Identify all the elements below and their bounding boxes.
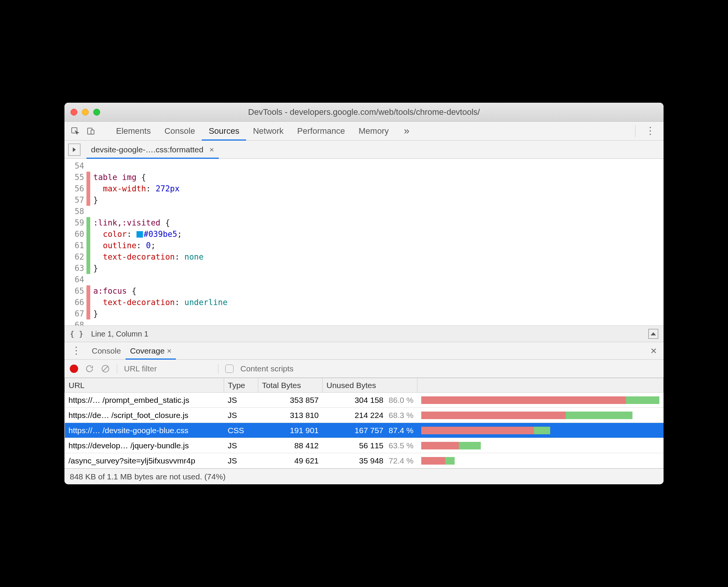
- cursor-position: Line 1, Column 1: [91, 330, 148, 338]
- device-toolbar-icon[interactable]: [84, 124, 98, 138]
- table-row[interactable]: https://de… /script_foot_closure.jsJS313…: [65, 408, 664, 423]
- cell-type: JS: [224, 438, 258, 453]
- cell-unused: 35 948 72.4 %: [323, 453, 417, 468]
- col-bar[interactable]: [417, 378, 664, 393]
- cell-url: https://de… /script_foot_closure.js: [65, 408, 224, 423]
- more-tabs-icon[interactable]: »: [398, 125, 415, 137]
- tab-elements[interactable]: Elements: [109, 122, 158, 141]
- close-window-button[interactable]: [71, 109, 77, 116]
- cell-total: 88 412: [258, 438, 323, 453]
- panel-tabs: ElementsConsoleSourcesNetworkPerformance…: [64, 122, 664, 141]
- cell-type: JS: [224, 408, 258, 423]
- close-drawer-icon[interactable]: ×: [648, 345, 659, 357]
- titlebar: DevTools - developers.google.com/web/too…: [64, 103, 664, 122]
- cell-bar: [417, 453, 664, 468]
- record-button[interactable]: [70, 365, 78, 373]
- tab-sources[interactable]: Sources: [202, 122, 246, 141]
- pretty-print-icon[interactable]: { }: [70, 329, 83, 338]
- cell-bar: [417, 438, 664, 453]
- drawer-tab-coverage[interactable]: Coverage×: [126, 342, 176, 360]
- cell-bar: [417, 423, 664, 438]
- file-tabs: devsite-google-….css:formatted ×: [64, 141, 664, 159]
- traffic-lights: [71, 109, 100, 116]
- coverage-table: URL Type Total Bytes Unused Bytes https:…: [64, 378, 664, 468]
- tab-network[interactable]: Network: [246, 122, 290, 141]
- inspect-element-icon[interactable]: [68, 124, 82, 138]
- cell-type: CSS: [224, 423, 258, 438]
- col-url[interactable]: URL: [65, 378, 224, 393]
- cell-unused: 56 115 63.5 %: [323, 438, 417, 453]
- url-filter-input[interactable]: [124, 363, 211, 374]
- coverage-summary: 848 KB of 1.1 MB bytes are not used. (74…: [64, 468, 664, 484]
- drawer-toggle-icon[interactable]: [648, 329, 658, 339]
- cell-bar: [417, 393, 664, 408]
- cell-type: JS: [224, 453, 258, 468]
- cell-unused: 167 757 87.4 %: [323, 423, 417, 438]
- separator: [218, 364, 218, 374]
- line-number-gutter: 545556575859606162636465666768: [64, 159, 86, 326]
- col-unused[interactable]: Unused Bytes: [323, 378, 417, 393]
- tab-performance[interactable]: Performance: [290, 122, 352, 141]
- settings-menu-icon[interactable]: ⋮: [641, 125, 660, 137]
- reload-icon[interactable]: [85, 364, 94, 373]
- table-row[interactable]: /async_survey?site=ylj5ifxusvvmr4pJS49 6…: [65, 453, 664, 468]
- cell-type: JS: [224, 393, 258, 408]
- cell-url: https://develop… /jquery-bundle.js: [65, 438, 224, 453]
- cell-total: 49 621: [258, 453, 323, 468]
- file-tab-label: devsite-google-….css:formatted: [91, 145, 203, 154]
- cell-total: 191 901: [258, 423, 323, 438]
- col-total[interactable]: Total Bytes: [258, 378, 323, 393]
- divider: [635, 125, 635, 137]
- zoom-window-button[interactable]: [93, 109, 100, 116]
- drawer-tabs: ⋮ ConsoleCoverage× ×: [64, 342, 664, 360]
- file-tab[interactable]: devsite-google-….css:formatted ×: [86, 141, 219, 159]
- source-lines: table img { max-width: 272px}:link,:visi…: [90, 159, 228, 326]
- devtools-window: DevTools - developers.google.com/web/too…: [64, 103, 664, 484]
- cell-url: https://… /devsite-google-blue.css: [65, 423, 224, 438]
- minimize-window-button[interactable]: [82, 109, 89, 116]
- cell-unused: 214 224 68.3 %: [323, 408, 417, 423]
- table-row[interactable]: https://develop… /jquery-bundle.jsJS88 4…: [65, 438, 664, 453]
- clear-icon[interactable]: [101, 364, 110, 373]
- cell-url: https://… /prompt_embed_static.js: [65, 393, 224, 408]
- close-drawer-tab-icon[interactable]: ×: [167, 346, 171, 355]
- navigator-toggle-icon[interactable]: [68, 144, 80, 156]
- content-scripts-label: Content scripts: [240, 364, 293, 373]
- close-file-tab-icon[interactable]: ×: [209, 145, 214, 154]
- svg-line-4: [103, 366, 108, 371]
- svg-rect-2: [91, 130, 94, 134]
- separator: [117, 364, 117, 374]
- col-type[interactable]: Type: [224, 378, 258, 393]
- tab-memory[interactable]: Memory: [352, 122, 395, 141]
- drawer-menu-icon[interactable]: ⋮: [69, 345, 83, 357]
- source-code-viewer[interactable]: 545556575859606162636465666768 table img…: [64, 159, 664, 326]
- drawer-tab-console[interactable]: Console: [87, 342, 126, 360]
- table-row[interactable]: https://… /prompt_embed_static.jsJS353 8…: [65, 393, 664, 408]
- window-title: DevTools - developers.google.com/web/too…: [64, 107, 664, 117]
- coverage-gutter: [86, 159, 90, 326]
- cell-unused: 304 158 86.0 %: [323, 393, 417, 408]
- cell-total: 313 810: [258, 408, 323, 423]
- editor-status-bar: { } Line 1, Column 1: [64, 326, 664, 342]
- cell-url: /async_survey?site=ylj5ifxusvvmr4p: [65, 453, 224, 468]
- tab-console[interactable]: Console: [158, 122, 202, 141]
- content-scripts-checkbox[interactable]: [225, 365, 234, 373]
- cell-total: 353 857: [258, 393, 323, 408]
- cell-bar: [417, 408, 664, 423]
- table-row[interactable]: https://… /devsite-google-blue.cssCSS191…: [65, 423, 664, 438]
- coverage-toolbar: Content scripts: [64, 360, 664, 378]
